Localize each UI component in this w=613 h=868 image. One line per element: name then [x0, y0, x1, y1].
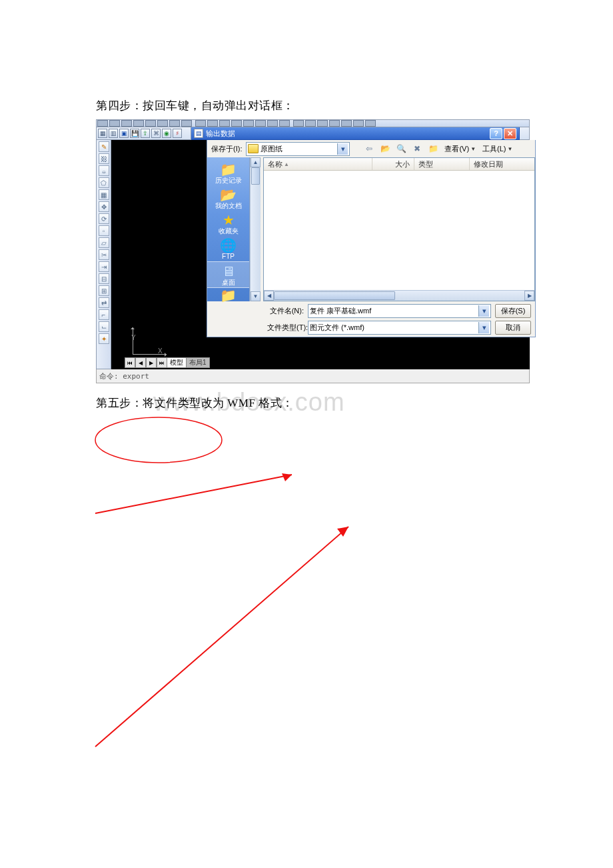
col-modified[interactable]: 修改日期	[470, 158, 534, 170]
tab-next-button[interactable]: ▶	[146, 357, 157, 368]
history-folder-icon: 📁	[219, 161, 238, 177]
quick-toolbar: ▦ ▥ ▣ 💾 ⇪ ⌘ ◉ ♯	[96, 127, 191, 140]
svg-line-1	[95, 475, 292, 513]
stretch-icon[interactable]: ▱	[99, 237, 109, 248]
scale-icon[interactable]: ▫	[99, 225, 109, 236]
new-folder-icon[interactable]: 📁	[427, 143, 439, 155]
tool-icon[interactable]: ⇪	[141, 129, 150, 138]
rotate-icon[interactable]: ⟳	[99, 213, 109, 224]
list-header: 名称▲ 大小 类型 修改日期	[264, 158, 534, 171]
filename-combo[interactable]: 复件 康平基础.wmf ▾	[308, 304, 491, 318]
places-scrollbar[interactable]: ▲ ▼	[250, 157, 261, 301]
chevron-down-icon[interactable]: ▾	[478, 322, 489, 333]
tab-last-button[interactable]: ⏭	[157, 357, 167, 368]
move-icon[interactable]: ✥	[99, 201, 109, 212]
step4-text: 第四步：按回车键，自动弹出对话框：	[96, 98, 295, 113]
up-folder-icon[interactable]: 📂	[379, 143, 391, 155]
folder-icon	[248, 144, 259, 153]
list-body[interactable]	[264, 171, 534, 290]
list-h-scrollbar[interactable]: ◀ ▶	[264, 290, 534, 301]
filename-label: 文件名(N):	[267, 306, 304, 316]
tab-layout1[interactable]: 布局1	[186, 357, 210, 368]
view-menu[interactable]: 查看(V)▼	[443, 144, 477, 154]
cancel-button[interactable]: 取消	[495, 321, 531, 335]
mydocs-icon: 📂	[219, 187, 238, 203]
delete-icon[interactable]: ✖	[411, 143, 423, 155]
tool-icon[interactable]: ◉	[162, 129, 171, 138]
chevron-down-icon[interactable]: ▾	[337, 143, 348, 155]
fillet-icon[interactable]: ⌐	[99, 309, 109, 320]
red-arrow-1	[92, 467, 305, 520]
place-ftp[interactable]: 🌐 FTP	[207, 236, 249, 261]
join-icon[interactable]: ⊞	[99, 285, 109, 296]
save-in-combo[interactable]: 原图纸 ▾	[246, 142, 350, 156]
h-scroll-thumb[interactable]	[274, 291, 395, 300]
col-type[interactable]: 类型	[414, 158, 470, 170]
axis-y-label: Y	[131, 334, 136, 341]
tab-model[interactable]: 模型	[167, 357, 187, 368]
scroll-thumb[interactable]	[251, 167, 260, 185]
scroll-down-button[interactable]: ▼	[251, 291, 261, 301]
red-ellipse	[92, 413, 225, 467]
back-icon[interactable]: ⇦	[363, 143, 375, 155]
menu-bar-sliver	[96, 119, 530, 127]
extend-icon[interactable]: ⇥	[99, 261, 109, 272]
place-history[interactable]: 📁 历史记录	[207, 160, 249, 185]
help-button[interactable]: ?	[490, 128, 502, 139]
save-icon[interactable]: 💾	[130, 129, 139, 138]
place-more[interactable]: 📁	[207, 288, 249, 301]
save-in-value: 原图纸	[261, 144, 283, 154]
save-button[interactable]: 保存(S)	[495, 304, 531, 318]
link-icon[interactable]: ⛓	[99, 153, 109, 164]
svg-marker-2	[282, 473, 292, 481]
pencil-icon[interactable]: ✎	[99, 141, 109, 152]
file-list[interactable]: 名称▲ 大小 类型 修改日期 ◀ ▶	[263, 157, 535, 301]
search-icon[interactable]: 🔍	[395, 143, 407, 155]
star-icon: ★	[219, 212, 238, 228]
explode-icon[interactable]: ✦	[99, 333, 109, 344]
place-desktop[interactable]: 🖥 桌面	[207, 261, 249, 288]
drawing-area[interactable]: Y X ⏮ ◀ ▶ ⏭ 模型 布局1 保存于(I): 原图纸	[111, 140, 530, 369]
svg-marker-4	[337, 527, 348, 537]
places-bar: 📁 历史记录 📂 我的文档 ★ 收藏夹	[207, 157, 250, 301]
scroll-left-button[interactable]: ◀	[264, 291, 274, 301]
filetype-combo[interactable]: 图元文件 (*.wmf) ▾	[308, 321, 491, 335]
trim-icon[interactable]: ✂	[99, 249, 109, 260]
filetype-value: 图元文件 (*.wmf)	[310, 323, 364, 333]
step5-text: 第五步：将文件类型改为 WMF 格式：	[96, 395, 294, 411]
mirror-icon[interactable]: ⏛	[99, 165, 109, 176]
command-line[interactable]: 命令: export	[96, 369, 530, 383]
tool-icon[interactable]: ▣	[119, 129, 129, 138]
place-favorites[interactable]: ★ 收藏夹	[207, 211, 249, 236]
tab-first-button[interactable]: ⏮	[125, 357, 135, 368]
place-mydocs[interactable]: 📂 我的文档	[207, 185, 249, 211]
left-tool-palette: ✎ ⛓ ⏛ ⬠ ▦ ✥ ⟳ ▫ ▱ ✂ ⇥ ⊟ ⊞ ⇄ ⌐ ⌙ ✦	[96, 140, 111, 369]
tool-icon[interactable]: ▦	[98, 129, 107, 138]
col-name[interactable]: 名称▲	[264, 158, 372, 170]
axis-x-label: X	[158, 347, 163, 355]
tool-icon[interactable]: ⌘	[151, 129, 161, 138]
col-size[interactable]: 大小	[372, 158, 414, 170]
close-button[interactable]: ✕	[504, 128, 516, 139]
tool-icon[interactable]: ▥	[109, 129, 118, 138]
svg-point-0	[95, 417, 222, 463]
chamfer-icon[interactable]: ⇄	[99, 297, 109, 308]
chevron-down-icon[interactable]: ▾	[478, 305, 489, 317]
svg-line-3	[95, 527, 348, 747]
tool-icon[interactable]: ♯	[173, 129, 182, 138]
break-icon[interactable]: ⊟	[99, 273, 109, 284]
filename-value: 复件 康平基础.wmf	[310, 306, 371, 316]
dialog-titlebar: ▤ 输出数据 ? ✕	[191, 127, 520, 140]
fillet2-icon[interactable]: ⌙	[99, 321, 109, 332]
shape-icon[interactable]: ⬠	[99, 177, 109, 188]
tools-menu[interactable]: 工具(L)▼	[481, 144, 514, 154]
scroll-right-button[interactable]: ▶	[524, 291, 534, 301]
red-arrow-2	[92, 520, 358, 753]
desktop-icon: 🖥	[219, 263, 238, 279]
tab-prev-button[interactable]: ◀	[135, 357, 146, 368]
toolbar-edge	[520, 127, 530, 140]
array-icon[interactable]: ▦	[99, 189, 109, 200]
save-in-label: 保存于(I):	[211, 144, 242, 154]
scroll-up-button[interactable]: ▲	[251, 157, 261, 167]
ftp-icon: 🌐	[219, 237, 238, 253]
